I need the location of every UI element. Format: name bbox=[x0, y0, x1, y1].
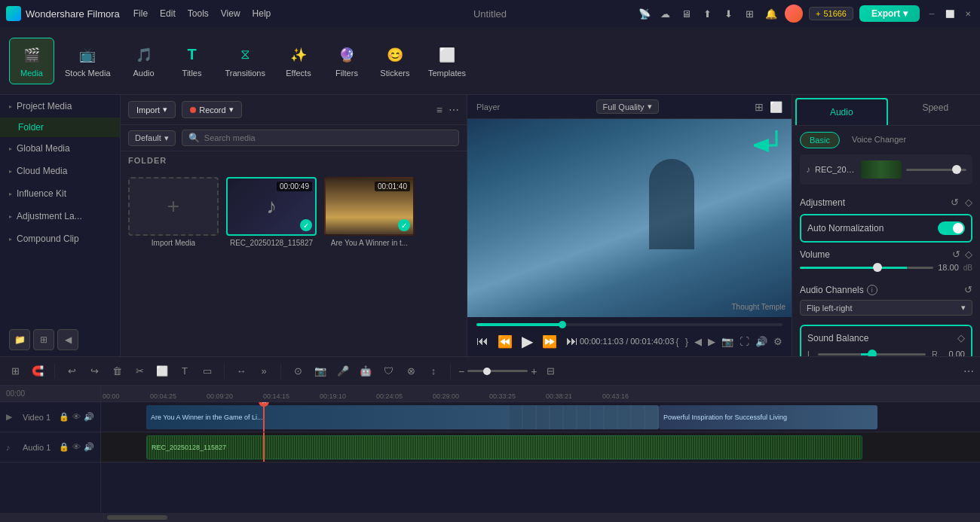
export-button[interactable]: Export ▾ bbox=[859, 5, 920, 22]
tool-stock-media[interactable]: 📺 Stock Media bbox=[57, 38, 118, 84]
view-toggle-button[interactable]: ⊞ bbox=[6, 362, 24, 380]
more-button[interactable]: ⋯ bbox=[449, 104, 459, 116]
ripple-button[interactable]: ↔ bbox=[232, 362, 250, 380]
scrollbar-thumb[interactable] bbox=[107, 515, 167, 520]
step-back-button[interactable]: ⏪ bbox=[498, 334, 513, 349]
tool-stickers[interactable]: 😊 Stickers bbox=[372, 38, 418, 84]
timeline-more-button[interactable]: ⋯ bbox=[963, 365, 974, 377]
delete-button[interactable]: 🗑 bbox=[108, 362, 126, 380]
record-button[interactable]: Record ▾ bbox=[182, 101, 241, 118]
maximize-button[interactable]: ⬜ bbox=[944, 8, 956, 20]
progress-handle[interactable] bbox=[559, 321, 566, 328]
reset-volume-icon[interactable]: ↺ bbox=[952, 249, 960, 260]
camera-button[interactable]: 📷 bbox=[311, 362, 329, 380]
progress-bar[interactable] bbox=[476, 323, 782, 326]
video-lock-icon[interactable]: 🔒 bbox=[59, 412, 69, 422]
auto-normalization-toggle[interactable] bbox=[938, 221, 965, 235]
snapshot-button[interactable]: 📷 bbox=[721, 336, 733, 347]
next-marker-button[interactable]: ▶ bbox=[708, 336, 715, 347]
reset-adjustment-icon[interactable]: ↺ bbox=[951, 197, 959, 208]
undo-button[interactable]: ↩ bbox=[63, 362, 81, 380]
zoom-out-button[interactable]: − bbox=[458, 365, 464, 377]
playhead[interactable]: ✕ bbox=[263, 402, 265, 432]
cloud-icon[interactable]: ☁ bbox=[658, 6, 673, 21]
sync-icon[interactable]: 📡 bbox=[637, 6, 652, 21]
panel-item-compound-clip[interactable]: ▸ Compound Clip bbox=[0, 227, 120, 250]
tool-titles[interactable]: T Titles bbox=[170, 38, 215, 84]
tool-audio[interactable]: 🎵 Audio bbox=[121, 38, 167, 84]
audio-clip[interactable]: REC_20250128_115827 bbox=[146, 435, 862, 459]
coins-display[interactable]: + 51666 bbox=[809, 7, 853, 20]
skip-forward-button[interactable]: ⏭ bbox=[566, 334, 578, 348]
select-button[interactable]: ▭ bbox=[198, 362, 216, 380]
video-mute-icon[interactable]: 🔊 bbox=[84, 412, 94, 422]
loop-button[interactable]: ⊙ bbox=[289, 362, 307, 380]
tool-effects[interactable]: ✨ Effects bbox=[276, 38, 321, 84]
minimize-button[interactable]: ─ bbox=[926, 8, 938, 20]
menu-view[interactable]: View bbox=[221, 8, 240, 19]
video-clip-2[interactable]: Powerful Inspiration for Successful Livi… bbox=[659, 405, 877, 429]
sub-tab-basic[interactable]: Basic bbox=[800, 132, 840, 148]
tool-media[interactable]: 🎬 Media bbox=[9, 38, 54, 84]
info-icon[interactable]: i bbox=[867, 285, 877, 295]
new-bin-button[interactable]: ⊞ bbox=[33, 329, 54, 350]
diamond-adjustment-icon[interactable]: ◇ bbox=[965, 197, 972, 208]
play-button[interactable]: ▶ bbox=[522, 332, 533, 350]
magnet-button[interactable]: 🧲 bbox=[29, 362, 47, 380]
layout-button[interactable]: ⊟ bbox=[541, 362, 559, 380]
skip-back-button[interactable]: ⏮ bbox=[476, 334, 488, 348]
protect-button[interactable]: 🛡 bbox=[379, 362, 397, 380]
download-icon[interactable]: ⬇ bbox=[721, 6, 737, 21]
fullscreen-toggle-button[interactable]: ⛶ bbox=[740, 336, 749, 347]
search-input[interactable] bbox=[204, 133, 452, 142]
default-dropdown[interactable]: Default ▾ bbox=[128, 130, 176, 146]
tool-templates[interactable]: ⬜ Templates bbox=[421, 38, 473, 84]
panel-item-influence-kit[interactable]: ▸ Influence Kit bbox=[0, 182, 120, 205]
tool-filters[interactable]: 🔮 Filters bbox=[324, 38, 369, 84]
out-point-button[interactable]: } bbox=[685, 336, 688, 347]
redo-button[interactable]: ↪ bbox=[85, 362, 103, 380]
grid-view-icon[interactable]: ⊞ bbox=[755, 101, 764, 113]
list-item[interactable]: + Import Media bbox=[128, 177, 219, 247]
text-button[interactable]: T bbox=[176, 362, 194, 380]
list-item[interactable]: ♪ 00:00:49 ✓ REC_20250128_115827 bbox=[226, 177, 317, 247]
diamond-balance-icon[interactable]: ◇ bbox=[957, 332, 965, 343]
menu-edit[interactable]: Edit bbox=[160, 8, 176, 19]
menu-help[interactable]: Help bbox=[253, 8, 271, 19]
crop-button[interactable]: ⬜ bbox=[153, 362, 171, 380]
fullscreen-icon[interactable]: ⬜ bbox=[770, 101, 782, 113]
more-tools-button[interactable]: » bbox=[255, 362, 273, 380]
collapse-panel-button[interactable]: ◀ bbox=[57, 329, 78, 350]
panel-item-adjustment[interactable]: ▸ Adjustment La... bbox=[0, 205, 120, 227]
in-point-button[interactable]: { bbox=[675, 336, 678, 347]
rec-media-thumb[interactable]: ♪ 00:00:49 ✓ bbox=[226, 177, 317, 236]
monitor-icon[interactable]: 🖥 bbox=[679, 6, 694, 21]
panel-item-cloud-media[interactable]: ▸ Cloud Media bbox=[0, 160, 120, 182]
menu-tools[interactable]: Tools bbox=[188, 8, 209, 19]
volume-slider[interactable] bbox=[800, 267, 933, 269]
audio-volume-icon[interactable]: 🔊 bbox=[84, 442, 94, 452]
audio-lock-icon[interactable]: 🔒 bbox=[59, 442, 69, 452]
tool-transitions[interactable]: ⧖ Transitions bbox=[218, 38, 273, 84]
close-button[interactable]: ✕ bbox=[962, 8, 974, 20]
video-clip-1[interactable]: Are You A Winner in the Game of Li... bbox=[146, 405, 659, 429]
channels-dropdown[interactable]: Flip left-right ▾ bbox=[800, 300, 972, 316]
new-folder-button[interactable]: 📁 bbox=[9, 329, 30, 350]
import-button[interactable]: Import ▾ bbox=[128, 101, 176, 118]
balance-slider[interactable] bbox=[818, 353, 926, 356]
ai-button[interactable]: 🤖 bbox=[357, 362, 375, 380]
sort-button[interactable]: ≡ bbox=[436, 104, 443, 116]
panel-item-folder[interactable]: Folder bbox=[0, 118, 120, 137]
track-volume-slider[interactable] bbox=[906, 169, 966, 171]
import-media-thumb[interactable]: + bbox=[128, 177, 219, 236]
move-button[interactable]: ↕ bbox=[424, 362, 443, 380]
step-forward-button[interactable]: ⏩ bbox=[542, 334, 557, 349]
notification-icon[interactable]: 🔔 bbox=[764, 6, 779, 21]
list-item[interactable]: 00:01:40 ✓ Are You A Winner in t... bbox=[324, 177, 415, 247]
menu-file[interactable]: File bbox=[133, 8, 148, 19]
prev-marker-button[interactable]: ◀ bbox=[694, 336, 702, 347]
sub-tab-voice-changer[interactable]: Voice Changer bbox=[843, 132, 915, 148]
audio-eye-icon[interactable]: 👁 bbox=[72, 442, 81, 452]
share-icon[interactable]: ⬆ bbox=[700, 6, 715, 21]
user-avatar[interactable] bbox=[785, 5, 803, 23]
